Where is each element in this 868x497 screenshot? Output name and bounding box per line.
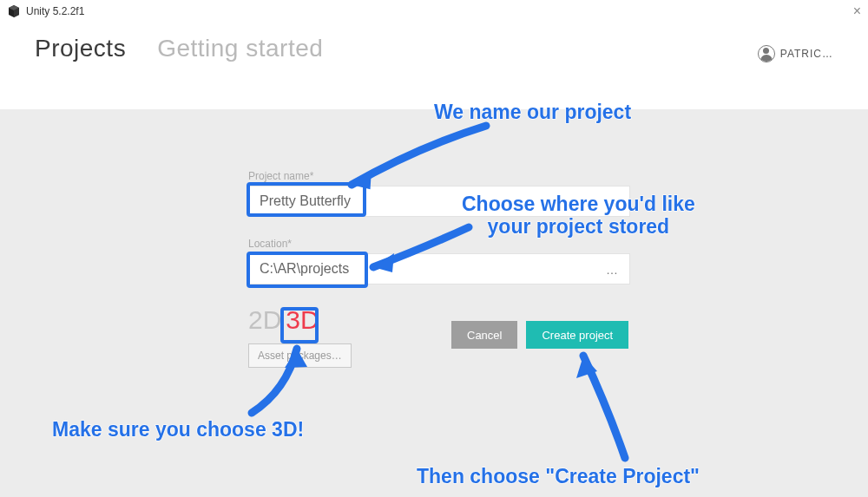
location-input[interactable] [248,253,630,284]
create-project-button[interactable]: Create project [526,321,628,349]
cancel-button[interactable]: Cancel [451,321,517,349]
window-title: Unity 5.2.2f1 [26,5,84,17]
callout-create: Then choose "Create Project" [417,465,700,488]
callout-name: We name our project [434,101,631,124]
callout-location: Choose where you'd like your project sto… [462,193,695,239]
tab-getting-started[interactable]: Getting started [157,35,323,75]
close-icon[interactable]: × [835,3,861,19]
mode-2d[interactable]: 2D [248,305,281,335]
avatar-icon[interactable] [758,45,775,62]
button-row: Cancel Create project [451,321,628,349]
callout-3d: Make sure you choose 3D! [52,418,304,441]
mode-3d[interactable]: 3D [286,305,319,335]
unity-logo-icon [7,4,21,18]
tab-projects[interactable]: Projects [35,35,126,75]
tab-strip: Projects Getting started PATRIC… [0,23,868,75]
project-name-label: Project name* [248,170,630,182]
asset-packages-button[interactable]: Asset packages… [248,343,352,368]
title-bar: Unity 5.2.2f1 × [0,0,868,23]
location-label: Location* [248,238,630,250]
user-name[interactable]: PATRIC… [780,48,833,60]
